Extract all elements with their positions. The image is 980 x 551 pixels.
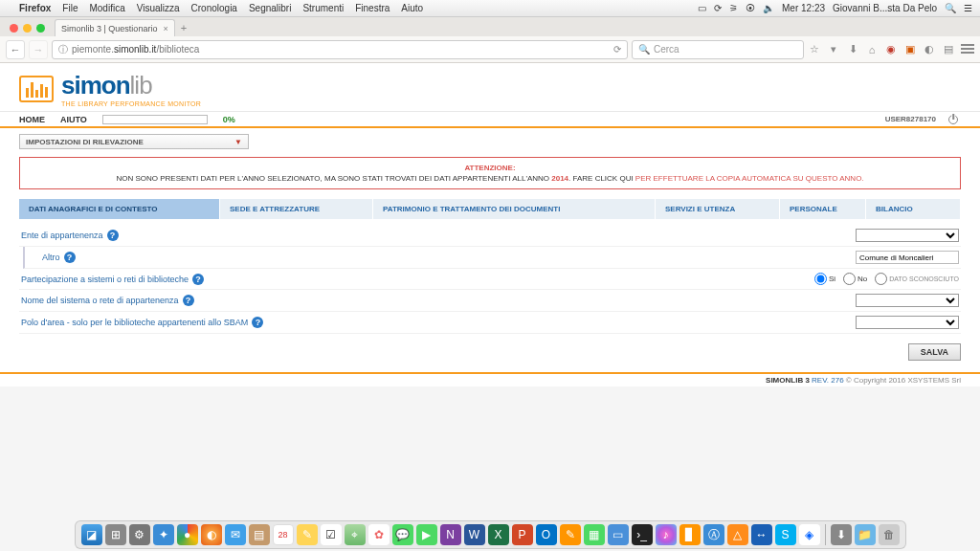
- menu-tools[interactable]: Strumenti: [302, 3, 344, 13]
- dock-photos-icon[interactable]: ✿: [368, 524, 390, 545]
- logout-button[interactable]: [946, 112, 961, 127]
- dock-numbers-icon[interactable]: ▦: [584, 524, 605, 545]
- radio-si[interactable]: Si: [814, 273, 835, 285]
- tab-bilancio[interactable]: BILANCIO: [866, 199, 961, 219]
- dock-terminal-icon[interactable]: ›_: [632, 524, 653, 545]
- dock-itunes-icon[interactable]: ♪: [656, 524, 677, 545]
- airplay-icon[interactable]: ▭: [698, 3, 706, 13]
- help-icon[interactable]: ?: [252, 317, 263, 328]
- bluetooth-icon[interactable]: ⚞: [729, 3, 738, 13]
- downloads-icon[interactable]: ⬇: [846, 43, 859, 55]
- input-altro[interactable]: [856, 251, 959, 264]
- pocket-icon[interactable]: ▾: [827, 43, 840, 55]
- dock-trash-icon[interactable]: 🗑: [879, 524, 900, 545]
- wifi-icon[interactable]: ⦿: [746, 3, 755, 13]
- info-icon[interactable]: ⓘ: [58, 43, 68, 56]
- dock-dropbox-icon[interactable]: ◈: [799, 524, 820, 545]
- radio-unknown[interactable]: DATO SCONOSCIUTO: [875, 273, 959, 285]
- tab-dati-anagrafici[interactable]: DATI ANAGRAFICI E DI CONTESTO: [19, 199, 220, 219]
- nav-help[interactable]: AIUTO: [60, 115, 87, 124]
- browser-search[interactable]: 🔍 Cerca: [632, 40, 804, 59]
- tab-personale[interactable]: PERSONALE: [780, 199, 866, 219]
- menu-history[interactable]: Cronologia: [191, 3, 237, 13]
- dock-finder-icon[interactable]: ◪: [81, 524, 102, 545]
- dock-skype-icon[interactable]: S: [775, 524, 796, 545]
- select-ente[interactable]: [856, 229, 959, 242]
- menu-file[interactable]: File: [62, 3, 78, 13]
- label-altro: Altro: [42, 253, 60, 262]
- volume-icon[interactable]: 🔈: [763, 3, 774, 13]
- dock-settings-icon[interactable]: ⚙: [129, 524, 150, 545]
- dock-chrome-icon[interactable]: ●: [177, 524, 198, 545]
- menu-view[interactable]: Visualizza: [137, 3, 180, 13]
- tab-patrimonio[interactable]: PATRIMONIO E TRATTAMENTO DEI DOCUMENTI: [373, 199, 656, 219]
- menu-window[interactable]: Finestra: [355, 3, 390, 13]
- dock-excel-icon[interactable]: X: [488, 524, 509, 545]
- url-path: /biblioteca: [156, 44, 199, 55]
- dock-safari-icon[interactable]: ✦: [153, 524, 174, 545]
- dock-maps-icon[interactable]: ⌖: [345, 524, 366, 545]
- dock-powerpoint-icon[interactable]: P: [512, 524, 533, 545]
- dock-calendar-icon[interactable]: 28: [273, 524, 294, 545]
- select-nome-sistema[interactable]: [856, 294, 959, 307]
- dock-pages-icon[interactable]: ✎: [560, 524, 581, 545]
- dock-notes-icon[interactable]: ✎: [297, 524, 318, 545]
- back-button[interactable]: ←: [6, 40, 25, 59]
- zoom-window-button[interactable]: [36, 24, 45, 33]
- dock-appstore-icon[interactable]: Ⓐ: [703, 524, 724, 545]
- ext-icon-3[interactable]: ▤: [942, 43, 955, 55]
- user-name[interactable]: Giovanni B...sta Da Pelo: [833, 3, 937, 13]
- radio-no[interactable]: No: [843, 273, 867, 285]
- browser-tab[interactable]: Simonlib 3 | Questionario ×: [55, 19, 175, 36]
- dock-ibooks-icon[interactable]: ▊: [679, 524, 701, 545]
- home-icon[interactable]: ⌂: [865, 44, 879, 55]
- help-icon[interactable]: ?: [192, 274, 204, 285]
- dock-folder-icon[interactable]: 📁: [855, 524, 876, 545]
- help-icon[interactable]: ?: [183, 295, 194, 306]
- select-polo[interactable]: [856, 316, 959, 329]
- sync-icon[interactable]: ⟳: [714, 3, 722, 13]
- reload-icon[interactable]: ⟳: [613, 44, 621, 55]
- ext-icon-2[interactable]: ◐: [923, 43, 936, 55]
- dock-messages-icon[interactable]: 💬: [392, 524, 413, 545]
- dock-reminders-icon[interactable]: ☑: [321, 524, 342, 545]
- dock-launchpad-icon[interactable]: ⊞: [105, 524, 126, 545]
- tab-servizi[interactable]: SERVIZI E UTENZA: [656, 199, 780, 219]
- search-icon[interactable]: 🔍: [945, 3, 956, 13]
- address-bar[interactable]: ⓘ piemonte.simonlib.it/biblioteca ⟳: [52, 40, 628, 59]
- alert-link[interactable]: PER EFFETTUARE LA COPIA AUTOMATICA SU QU…: [635, 174, 864, 183]
- nav-home[interactable]: HOME: [19, 115, 45, 124]
- dock-onenote-icon[interactable]: N: [440, 524, 461, 545]
- hamburger-icon[interactable]: [961, 42, 974, 57]
- dock-teamviewer-icon[interactable]: ↔: [751, 524, 772, 545]
- dock-word-icon[interactable]: W: [464, 524, 485, 545]
- help-icon[interactable]: ?: [107, 230, 119, 241]
- dock-facetime-icon[interactable]: ▶: [416, 524, 437, 545]
- dock-keynote-icon[interactable]: ▭: [608, 524, 629, 545]
- menu-edit[interactable]: Modifica: [89, 3, 124, 13]
- forward-button[interactable]: →: [29, 40, 48, 59]
- dock-downloads-icon[interactable]: ⬇: [831, 524, 852, 545]
- help-icon[interactable]: ?: [64, 252, 76, 263]
- menu-extra-icon[interactable]: ☰: [964, 3, 972, 13]
- star-icon[interactable]: ☆: [808, 43, 821, 55]
- menu-app[interactable]: Firefox: [19, 3, 51, 13]
- save-button[interactable]: SALVA: [908, 343, 961, 361]
- minimize-window-button[interactable]: [23, 24, 32, 33]
- browser-tab-strip: Simonlib 3 | Questionario × +: [0, 17, 980, 36]
- dock-vlc-icon[interactable]: △: [727, 524, 748, 545]
- clock[interactable]: Mer 12:23: [782, 3, 825, 13]
- dock-contacts-icon[interactable]: ▤: [249, 524, 270, 545]
- ext-icon-1[interactable]: ▣: [903, 43, 917, 55]
- close-window-button[interactable]: [10, 24, 18, 33]
- shield-icon[interactable]: ◉: [884, 43, 898, 55]
- dock-firefox-icon[interactable]: ◐: [201, 524, 222, 545]
- new-tab-button[interactable]: +: [181, 22, 187, 33]
- menu-bookmarks[interactable]: Segnalibri: [249, 3, 291, 13]
- tab-close-icon[interactable]: ×: [163, 24, 167, 33]
- dock-outlook-icon[interactable]: O: [536, 524, 557, 545]
- dock-mail-icon[interactable]: ✉: [225, 524, 246, 545]
- settings-dropdown[interactable]: IMPOSTAZIONI DI RILEVAZIONE ▼: [19, 134, 249, 149]
- tab-sede[interactable]: SEDE E ATTREZZATURE: [220, 199, 373, 219]
- menu-help[interactable]: Aiuto: [401, 3, 423, 13]
